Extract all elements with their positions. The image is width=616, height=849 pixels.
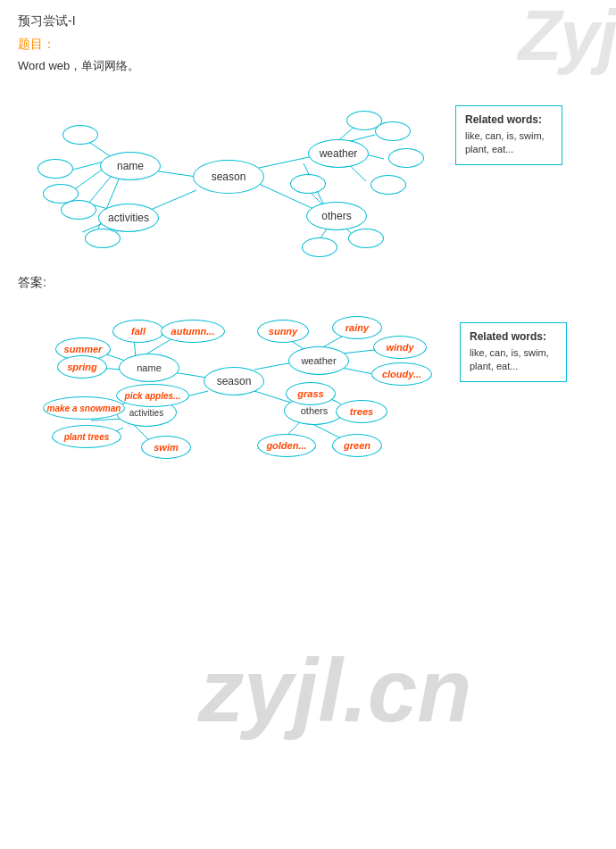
node-name: name [100,152,161,180]
answer-label: 答案: [18,275,598,291]
empty-node-12 [302,237,337,257]
page-title: 预习尝试-I [18,13,598,29]
answer-node-name: name [119,354,179,382]
node-activities: activities [98,204,159,232]
empty-node-11 [348,229,384,248]
watermark-bottom: zyjl.cn [199,639,472,742]
answer-grass: grass [286,382,336,405]
related-words-title-a: Related words: [470,330,557,343]
empty-node-7 [375,121,411,141]
answer-autumn: autumn... [161,320,225,343]
related-words-box-a: Related words: like, can, is, swim, plan… [460,322,567,382]
empty-node-2 [37,159,73,179]
empty-node-4 [61,200,96,220]
answer-trees: trees [336,400,387,423]
node-weather: weather [308,139,369,168]
related-words-content-a: like, can, is, swim, plant, eat... [470,346,557,374]
answer-rainy: rainy [332,316,382,339]
answer-sunny: sunny [257,320,309,343]
empty-node-10 [290,174,326,194]
answer-node-weather: weather [288,346,349,375]
related-words-title-q: Related words: [465,113,553,126]
answer-windy: windy [373,336,427,359]
instruction-text: Word web，单词网络。 [18,58,598,74]
section-label: 题目： [18,37,598,53]
answer-pick-apples: pick apples... [116,384,189,407]
node-others: others [306,202,367,230]
empty-node-8 [388,148,424,168]
empty-node-9 [370,175,406,195]
answer-center-season: season [204,367,264,395]
answer-swim: swim [141,436,191,459]
answer-fall: fall [112,320,164,343]
answer-cloudy: cloudy... [371,362,432,386]
empty-node-5 [85,229,121,248]
center-node-season: season [193,160,264,194]
answer-spring: spring [57,355,107,379]
related-words-box-q: Related words: like, can, is, swim, plan… [455,105,562,165]
related-words-content-q: like, can, is, swim, plant, eat... [465,129,553,157]
empty-node-1 [62,125,98,145]
answer-plant-trees: plant trees [52,425,121,448]
answer-make-snowman: make a snowman [43,396,125,420]
answer-golden: golden... [257,434,316,457]
answer-green: green [332,434,382,457]
